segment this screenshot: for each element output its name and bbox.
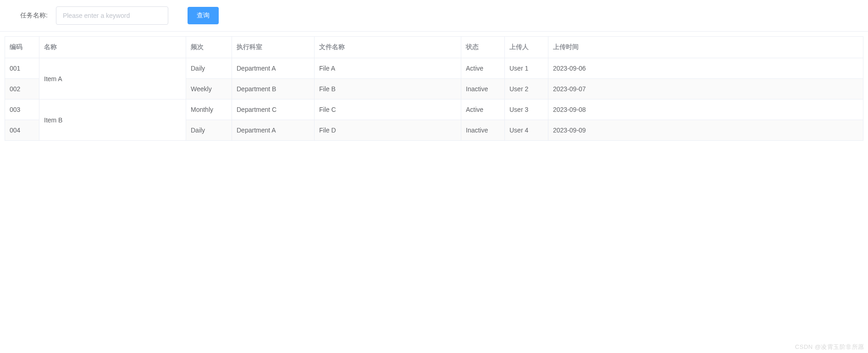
- cell-status: Active: [461, 99, 505, 120]
- cell-upload-time: 2023-09-09: [548, 120, 863, 141]
- cell-upload-time: 2023-09-08: [548, 99, 863, 120]
- table-row: 003Item BMonthlyDepartment CFile CActive…: [5, 99, 863, 120]
- header-code: 编码: [5, 37, 39, 58]
- cell-status: Inactive: [461, 120, 505, 141]
- cell-freq: Monthly: [186, 99, 232, 120]
- table-header-row: 编码 名称 频次 执行科室 文件名称 状态 上传人 上传时间: [5, 37, 863, 58]
- cell-file: File B: [315, 79, 461, 99]
- cell-freq: Daily: [186, 58, 232, 79]
- cell-dept: Department A: [232, 58, 315, 79]
- cell-upload-time: 2023-09-06: [548, 58, 863, 79]
- cell-uploader: User 1: [505, 58, 548, 79]
- cell-uploader: User 3: [505, 99, 548, 120]
- cell-file: File D: [315, 120, 461, 141]
- table-row: 001Item ADailyDepartment AFile AActiveUs…: [5, 58, 863, 79]
- header-dept: 执行科室: [232, 37, 315, 58]
- cell-code: 003: [5, 99, 39, 120]
- header-uploader: 上传人: [505, 37, 548, 58]
- header-file: 文件名称: [315, 37, 461, 58]
- cell-dept: Department A: [232, 120, 315, 141]
- header-upload-time: 上传时间: [548, 37, 863, 58]
- search-button[interactable]: 查询: [188, 7, 219, 24]
- cell-name: Item B: [39, 99, 186, 141]
- cell-uploader: User 2: [505, 79, 548, 99]
- cell-status: Active: [461, 58, 505, 79]
- cell-uploader: User 4: [505, 120, 548, 141]
- cell-code: 002: [5, 79, 39, 99]
- header-name: 名称: [39, 37, 186, 58]
- header-status: 状态: [461, 37, 505, 58]
- search-label: 任务名称:: [20, 11, 48, 20]
- table-container: 编码 名称 频次 执行科室 文件名称 状态 上传人 上传时间 001Item A…: [0, 32, 868, 141]
- cell-status: Inactive: [461, 79, 505, 99]
- cell-dept: Department B: [232, 79, 315, 99]
- cell-code: 004: [5, 120, 39, 141]
- data-table: 编码 名称 频次 执行科室 文件名称 状态 上传人 上传时间 001Item A…: [5, 36, 863, 141]
- cell-name: Item A: [39, 58, 186, 99]
- cell-file: File A: [315, 58, 461, 79]
- cell-code: 001: [5, 58, 39, 79]
- search-input[interactable]: [56, 6, 168, 25]
- cell-upload-time: 2023-09-07: [548, 79, 863, 99]
- cell-freq: Weekly: [186, 79, 232, 99]
- cell-file: File C: [315, 99, 461, 120]
- cell-dept: Department C: [232, 99, 315, 120]
- search-bar: 任务名称: 查询: [0, 0, 868, 32]
- cell-freq: Daily: [186, 120, 232, 141]
- header-freq: 频次: [186, 37, 232, 58]
